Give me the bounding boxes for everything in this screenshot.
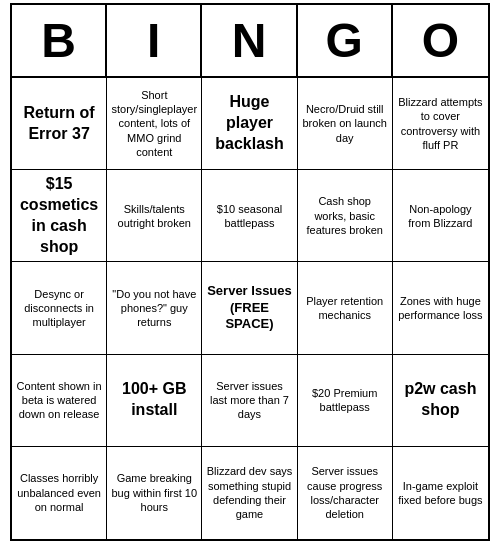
bingo-card: BINGO Return of Error 37Short story/sing…	[10, 3, 490, 541]
bingo-cell-5[interactable]: $15 cosmetics in cash shop	[12, 170, 107, 262]
bingo-cell-15[interactable]: Content shown in beta is watered down on…	[12, 355, 107, 447]
bingo-cell-11[interactable]: "Do you not have phones?" guy returns	[107, 262, 202, 354]
bingo-letter-n: N	[202, 5, 297, 76]
bingo-cell-7[interactable]: $10 seasonal battlepass	[202, 170, 297, 262]
bingo-cell-18[interactable]: $20 Premium battlepass	[298, 355, 393, 447]
bingo-cell-22[interactable]: Blizzard dev says something stupid defen…	[202, 447, 297, 539]
bingo-cell-6[interactable]: Skills/talents outright broken	[107, 170, 202, 262]
bingo-letter-g: G	[298, 5, 393, 76]
bingo-cell-13[interactable]: Player retention mechanics	[298, 262, 393, 354]
bingo-cell-1[interactable]: Short story/singleplayer content, lots o…	[107, 78, 202, 170]
bingo-cell-8[interactable]: Cash shop works, basic features broken	[298, 170, 393, 262]
bingo-cell-14[interactable]: Zones with huge performance loss	[393, 262, 488, 354]
bingo-cell-16[interactable]: 100+ GB install	[107, 355, 202, 447]
bingo-cell-19[interactable]: p2w cash shop	[393, 355, 488, 447]
bingo-cell-17[interactable]: Server issues last more than 7 days	[202, 355, 297, 447]
bingo-cell-3[interactable]: Necro/Druid still broken on launch day	[298, 78, 393, 170]
bingo-cell-2[interactable]: Huge player backlash	[202, 78, 297, 170]
bingo-grid: Return of Error 37Short story/singleplay…	[12, 78, 488, 539]
bingo-cell-9[interactable]: Non-apology from Blizzard	[393, 170, 488, 262]
bingo-cell-12[interactable]: Server Issues (FREE SPACE)	[202, 262, 297, 354]
bingo-cell-20[interactable]: Classes horribly unbalanced even on norm…	[12, 447, 107, 539]
bingo-letter-o: O	[393, 5, 488, 76]
bingo-letter-b: B	[12, 5, 107, 76]
bingo-letter-i: I	[107, 5, 202, 76]
bingo-cell-4[interactable]: Blizzard attempts to cover controversy w…	[393, 78, 488, 170]
bingo-cell-0[interactable]: Return of Error 37	[12, 78, 107, 170]
bingo-header: BINGO	[12, 5, 488, 78]
bingo-cell-24[interactable]: In-game exploit fixed before bugs	[393, 447, 488, 539]
bingo-cell-10[interactable]: Desync or disconnects in multiplayer	[12, 262, 107, 354]
bingo-cell-21[interactable]: Game breaking bug within first 10 hours	[107, 447, 202, 539]
bingo-cell-23[interactable]: Server issues cause progress loss/charac…	[298, 447, 393, 539]
